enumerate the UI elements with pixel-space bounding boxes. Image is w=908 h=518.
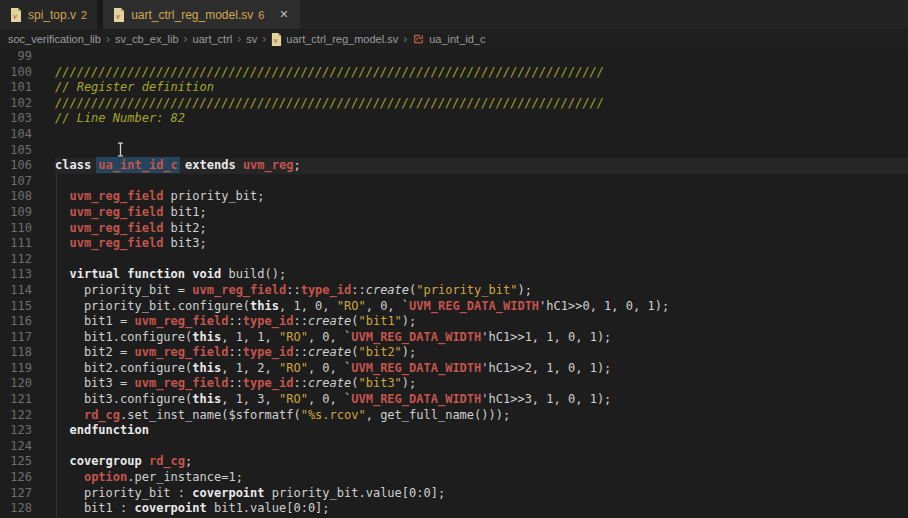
line-number[interactable]: 119 xyxy=(0,361,55,377)
line-number[interactable]: 114 xyxy=(0,283,55,299)
code-line-text: covergroup rd_cg; xyxy=(55,454,908,470)
tab-uart-ctrl-reg-model[interactable]: v uart_ctrl_reg_model.sv 6 ✕ xyxy=(103,0,299,29)
code-line[interactable]: 99 xyxy=(0,49,908,65)
code-line-text: class ua_int_id_c extends uvm_reg; xyxy=(55,158,908,174)
breadcrumb-item[interactable]: sv_cb_ex_lib xyxy=(115,33,179,45)
code-line-text: // Register definition xyxy=(55,80,908,96)
line-number[interactable]: 121 xyxy=(0,392,55,408)
code-line[interactable]: 107 xyxy=(0,174,908,190)
code-line[interactable]: 118 bit2 = uvm_reg_field::type_id::creat… xyxy=(0,345,908,361)
line-number[interactable]: 116 xyxy=(0,314,55,330)
code-line[interactable]: 124 xyxy=(0,439,908,455)
chevron-right-icon: › xyxy=(262,33,266,45)
code-line[interactable]: 122 rd_cg.set_inst_name($sformatf("%s.rc… xyxy=(0,408,908,424)
code-line[interactable]: 110 uvm_reg_field bit2; xyxy=(0,221,908,237)
code-line[interactable]: 127 priority_bit : coverpoint priority_b… xyxy=(0,486,908,502)
line-number[interactable]: 110 xyxy=(0,221,55,237)
code-line[interactable]: 111 uvm_reg_field bit3; xyxy=(0,236,908,252)
code-line[interactable]: 103// Line Number: 82 xyxy=(0,111,908,127)
code-line[interactable]: 108 uvm_reg_field priority_bit; xyxy=(0,189,908,205)
line-number[interactable]: 128 xyxy=(0,501,55,517)
code-editor-window: v spi_top.v 2 v uart_ctrl_reg_model.sv 6… xyxy=(0,0,908,518)
line-number[interactable]: 104 xyxy=(0,127,55,143)
code-line[interactable]: 112 xyxy=(0,252,908,268)
code-line-text: virtual function void build(); xyxy=(55,267,908,283)
code-line-text: rd_cg.set_inst_name($sformatf("%s.rcov",… xyxy=(55,408,908,424)
line-number[interactable]: 117 xyxy=(0,330,55,346)
line-number[interactable]: 103 xyxy=(0,111,55,127)
breadcrumb-symbol[interactable]: ua_int_id_c xyxy=(429,33,485,45)
code-line-text: bit1.configure(this, 1, 1, "RO", 0, `UVM… xyxy=(55,330,908,346)
line-number[interactable]: 112 xyxy=(0,252,55,268)
line-number[interactable]: 100 xyxy=(0,65,55,81)
code-line[interactable]: 114 priority_bit = uvm_reg_field::type_i… xyxy=(0,283,908,299)
code-line[interactable]: 106class ua_int_id_c extends uvm_reg; xyxy=(0,158,908,174)
svg-text:v: v xyxy=(116,11,120,21)
line-number[interactable]: 105 xyxy=(0,143,55,159)
line-number[interactable]: 113 xyxy=(0,267,55,283)
code-line[interactable]: 115 priority_bit.configure(this, 1, 0, "… xyxy=(0,299,908,315)
line-number[interactable]: 107 xyxy=(0,174,55,190)
tab-spi-top[interactable]: v spi_top.v 2 xyxy=(0,0,103,29)
code-line-text: uvm_reg_field bit1; xyxy=(55,205,908,221)
code-line[interactable]: 117 bit1.configure(this, 1, 1, "RO", 0, … xyxy=(0,330,908,346)
code-line-text: // Line Number: 82 xyxy=(55,111,908,127)
breadcrumb-item[interactable]: sv xyxy=(246,33,257,45)
line-number[interactable]: 122 xyxy=(0,408,55,424)
line-number[interactable]: 127 xyxy=(0,486,55,502)
line-number[interactable]: 124 xyxy=(0,439,55,455)
code-line[interactable]: 120 bit3 = uvm_reg_field::type_id::creat… xyxy=(0,376,908,392)
code-line-text xyxy=(55,143,908,159)
code-line-text xyxy=(55,439,908,455)
code-line-text: priority_bit : coverpoint priority_bit.v… xyxy=(55,486,908,502)
close-icon[interactable]: ✕ xyxy=(276,7,291,22)
code-line[interactable]: 125 covergroup rd_cg; xyxy=(0,454,908,470)
code-line-text: bit3 = uvm_reg_field::type_id::create("b… xyxy=(55,376,908,392)
line-number[interactable]: 118 xyxy=(0,345,55,361)
code-line-text: option.per_instance=1; xyxy=(55,470,908,486)
chevron-right-icon: › xyxy=(403,33,407,45)
line-number[interactable]: 99 xyxy=(0,49,55,65)
line-number[interactable]: 115 xyxy=(0,299,55,315)
line-number[interactable]: 111 xyxy=(0,236,55,252)
breadcrumb-item[interactable]: soc_verification_lib xyxy=(8,33,101,45)
code-line[interactable]: 105 xyxy=(0,143,908,159)
code-line[interactable]: 100/////////////////////////////////////… xyxy=(0,65,908,81)
line-number[interactable]: 126 xyxy=(0,470,55,486)
line-number[interactable]: 125 xyxy=(0,454,55,470)
breadcrumb-file[interactable]: uart_ctrl_reg_model.sv xyxy=(286,33,398,45)
line-number[interactable]: 109 xyxy=(0,205,55,221)
line-number[interactable]: 106 xyxy=(0,158,55,174)
code-line[interactable]: 121 bit3.configure(this, 1, 3, "RO", 0, … xyxy=(0,392,908,408)
code-line[interactable]: 126 option.per_instance=1; xyxy=(0,470,908,486)
code-line[interactable]: 102/////////////////////////////////////… xyxy=(0,96,908,112)
code-line[interactable]: 116 bit1 = uvm_reg_field::type_id::creat… xyxy=(0,314,908,330)
code-lines: 99100///////////////////////////////////… xyxy=(0,49,908,517)
tab-badge: 2 xyxy=(81,9,87,21)
line-number[interactable]: 123 xyxy=(0,423,55,439)
code-line-text: uvm_reg_field bit2; xyxy=(55,221,908,237)
code-line[interactable]: 123 endfunction xyxy=(0,423,908,439)
verilog-file-icon: v xyxy=(10,8,22,22)
code-line[interactable]: 119 bit2.configure(this, 1, 2, "RO", 0, … xyxy=(0,361,908,377)
line-number[interactable]: 108 xyxy=(0,189,55,205)
tab-badge: 6 xyxy=(258,9,264,21)
class-symbol-icon xyxy=(412,33,425,45)
line-number[interactable]: 101 xyxy=(0,80,55,96)
breadcrumb-item[interactable]: uart_ctrl xyxy=(193,33,233,45)
code-line[interactable]: 104 xyxy=(0,127,908,143)
code-line-text: bit1 : coverpoint bit1.value[0:0]; xyxy=(55,501,908,517)
code-line[interactable]: 113 virtual function void build(); xyxy=(0,267,908,283)
tab-bar: v spi_top.v 2 v uart_ctrl_reg_model.sv 6… xyxy=(0,0,908,29)
code-line[interactable]: 128 bit1 : coverpoint bit1.value[0:0]; xyxy=(0,501,908,517)
code-line-text: bit1 = uvm_reg_field::type_id::create("b… xyxy=(55,314,908,330)
verilog-file-icon: v xyxy=(271,33,282,46)
code-line-text: ////////////////////////////////////////… xyxy=(55,65,908,81)
code-line-text: bit3.configure(this, 1, 3, "RO", 0, `UVM… xyxy=(55,392,908,408)
code-line[interactable]: 101// Register definition xyxy=(0,80,908,96)
code-editor[interactable]: 99100///////////////////////////////////… xyxy=(0,49,908,518)
code-line[interactable]: 109 uvm_reg_field bit1; xyxy=(0,205,908,221)
code-line-text: bit2 = uvm_reg_field::type_id::create("b… xyxy=(55,345,908,361)
line-number[interactable]: 102 xyxy=(0,96,55,112)
line-number[interactable]: 120 xyxy=(0,376,55,392)
